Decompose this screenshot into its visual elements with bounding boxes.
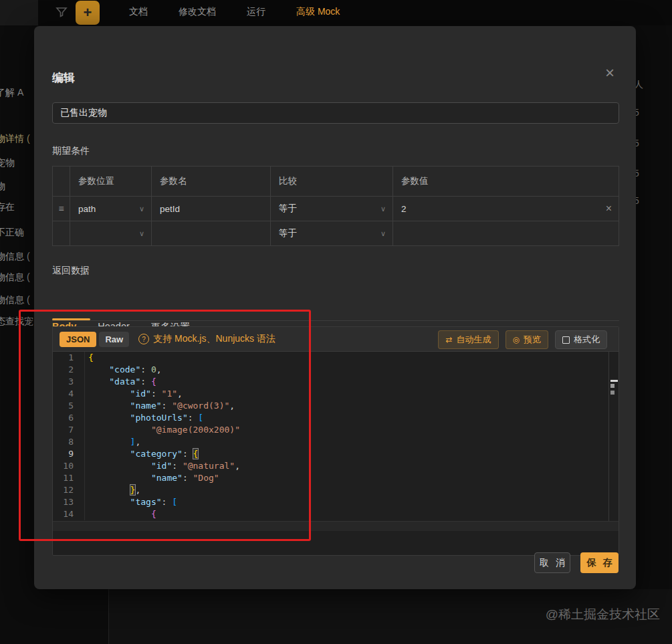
action-label: 自动生成 [457,334,491,346]
minimap-mark [610,384,614,388]
sidebar-item-fragment[interactable]: 物信息 ( [0,251,30,263]
help-icon[interactable]: ? [138,334,149,344]
scrollbar-thumb[interactable] [610,380,618,382]
code-line: 4"id": "1", [53,388,619,400]
chevron-down-icon: ∨ [380,205,386,213]
edit-mock-modal: 编辑 × *期望名称 已售出宠物 期望条件 参数位置参数名比较参数值≡path∨… [34,26,636,589]
drag-handle-icon [53,221,70,245]
code-token: , [135,437,140,447]
mode-raw-button[interactable]: Raw [99,332,129,347]
filter-icon[interactable] [55,6,68,18]
code-line: 13"tags": [ [53,496,619,508]
param-value-input[interactable] [393,221,619,245]
editor-toolbar: JSON Raw ? 支持 Mock.js、Nunjucks 语法 ⇄自动生成◎… [53,327,619,352]
code-line: 3"data": { [53,376,619,388]
sidebar-item-fragment[interactable]: 物信息 ( [0,272,30,284]
code-token: : [183,473,193,483]
sidebar-item-fragment[interactable]: 不正确 [0,227,24,239]
preview-button[interactable]: ◎预览 [506,330,548,349]
condition-header-cell: 参数名 [152,167,271,196]
code-token: { [88,352,94,362]
cancel-button[interactable]: 取 消 [534,552,570,573]
sidebar-item-fragment[interactable]: 宠物 [0,157,15,169]
close-icon[interactable]: × [605,65,614,81]
drag-handle-icon[interactable]: ≡ [53,197,70,221]
response-section-label: 返回数据 [52,265,90,277]
search-input-stub[interactable] [0,0,38,25]
condition-table-row: ∨等于∨ [53,221,619,245]
line-content: "id": "@natural", [85,460,240,472]
condition-header-cell: 比较 [271,167,393,196]
line-number: 7 [53,424,85,436]
param-location-select[interactable]: path∨ [70,197,152,221]
line-number: 4 [53,388,85,400]
sidebar-item-fragment[interactable]: 了解 A [0,87,23,99]
code-token: "name" [151,473,183,483]
editor-hscrollbar[interactable] [53,521,619,531]
condition-table-row: ≡path∨petId等于∨2× [53,196,619,221]
sidebar-item-fragment[interactable]: 物 [0,181,5,193]
line-content: { [85,352,94,364]
chevron-down-icon: ∨ [380,229,386,238]
add-mock-button[interactable]: + [76,1,100,25]
save-button[interactable]: 保 存 [580,552,619,573]
sidebar-item-fragment[interactable]: 态查找宠 [0,316,33,328]
code-token: "code" [109,364,140,374]
code-token: { [151,377,156,387]
modal-title: 编辑 [52,70,75,86]
param-name-input[interactable] [152,221,271,245]
code-token: "@natural" [183,461,235,471]
line-number: 13 [53,496,85,508]
code-token: , [229,401,235,411]
line-content: "name": "@cword(3)", [85,400,235,412]
code-line: 14{ [53,508,619,520]
autogen-icon: ⇄ [445,335,452,344]
sidebar-item-fragment[interactable]: 存在 [0,201,15,213]
remove-row-icon[interactable]: × [606,203,612,214]
action-label: 预览 [524,334,541,346]
mode-json-button[interactable]: JSON [60,332,96,347]
compare-select[interactable]: 等于∨ [271,221,393,245]
line-content: "category": { [85,448,198,460]
line-content: }, [85,484,140,496]
expectation-name-input[interactable]: 已售出宠物 [52,102,619,124]
code-token: "@cword(3)" [172,401,229,411]
syntax-hint: ? 支持 Mock.js、Nunjucks 语法 [138,333,275,345]
line-content: "id": "1", [85,388,183,400]
topbar-tab-advanced-mock[interactable]: 高级 Mock [296,6,340,18]
code-token: "photoUrls" [130,413,188,423]
line-number: 3 [53,376,85,388]
code-line: 6"photoUrls": [ [53,412,619,424]
sidebar-item-fragment[interactable]: 物详情 ( [0,133,30,145]
line-number: 6 [53,412,85,424]
code-token: : [188,413,199,423]
sidebar-item-fragment[interactable]: 物信息 ( [0,294,30,306]
code-token: , [135,485,140,495]
line-content: "name": "Dog" [85,472,219,484]
param-location-select[interactable]: ∨ [70,221,152,245]
compare-select[interactable]: 等于∨ [271,197,393,221]
topbar-tab-edit-doc[interactable]: 修改文档 [179,6,216,18]
code-token: : [162,401,173,411]
auto-generate-button[interactable]: ⇄自动生成 [438,330,498,349]
code-token: , [235,461,240,471]
condition-header-cell: 参数值 [393,167,619,196]
param-name-input[interactable]: petId [152,197,271,221]
code-line: 11"name": "Dog" [53,472,619,484]
eye-icon: ◎ [513,335,520,344]
tabs-border [52,320,619,321]
condition-table-header-row: 参数位置参数名比较参数值 [53,167,619,196]
line-number: 1 [53,352,85,364]
code-line: 9"category": { [53,448,619,460]
topbar-tab-doc[interactable]: 文档 [129,6,148,18]
line-content: "photoUrls": [ [85,412,203,424]
param-value-input[interactable]: 2× [393,197,619,221]
format-button[interactable]: 格式化 [555,330,607,349]
code-line: 1{ [53,352,619,364]
topbar-tab-run[interactable]: 运行 [247,6,265,18]
code-token: "data" [109,377,140,387]
editor-scrollbar[interactable] [608,352,619,521]
line-content: { [85,508,156,520]
header-drag-cell [53,167,70,196]
code-area[interactable]: 1{2"code": 0,3"data": {4"id": "1",5"name… [53,352,619,521]
